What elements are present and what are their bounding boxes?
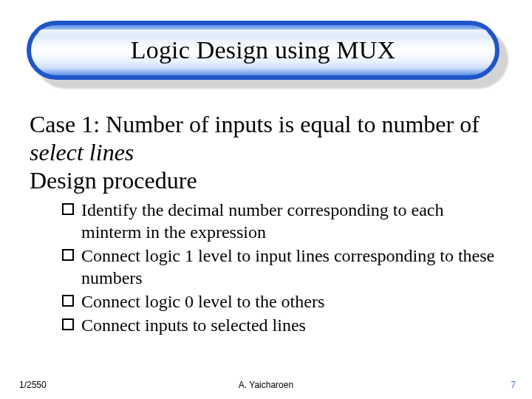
footer-author: A. Yaicharoen (0, 380, 532, 390)
footer-page-number: 7 (511, 380, 516, 390)
square-bullet-icon (62, 203, 74, 215)
case-text: Case 1: Number of inputs is equal to num… (30, 111, 480, 137)
title-container: Logic Design using MUX (27, 21, 505, 86)
design-procedure-heading: Design procedure (30, 167, 502, 195)
slide-body: Case 1: Number of inputs is equal to num… (30, 111, 502, 338)
case-italic: select lines (30, 139, 134, 166)
list-item: Connect inputs to selected lines (62, 314, 502, 336)
list-item: Connect logic 0 level to the others (62, 290, 502, 313)
bullet-text: Connect logic 0 level to the others (81, 290, 502, 313)
square-bullet-icon (62, 295, 74, 307)
square-bullet-icon (62, 318, 74, 330)
slide: Logic Design using MUX Case 1: Number of… (0, 0, 532, 399)
title-pill: Logic Design using MUX (27, 21, 499, 80)
square-bullet-icon (62, 249, 74, 261)
slide-title: Logic Design using MUX (131, 36, 396, 64)
slide-footer: 1/2550 A. Yaicharoen 7 (0, 375, 532, 390)
bullet-text: Connect logic 1 level to input lines cor… (81, 245, 502, 289)
bullet-list: Identify the decimal number correspondin… (30, 199, 502, 336)
bullet-text: Identify the decimal number correspondin… (81, 199, 502, 243)
list-item: Identify the decimal number correspondin… (62, 199, 502, 243)
list-item: Connect logic 1 level to input lines cor… (62, 245, 502, 289)
case-line: Case 1: Number of inputs is equal to num… (30, 111, 502, 167)
bullet-text: Connect inputs to selected lines (81, 314, 502, 336)
